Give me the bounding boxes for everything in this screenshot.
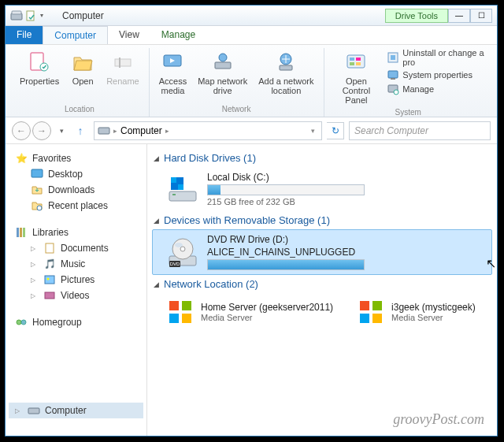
nav-recent[interactable]: Recent places	[9, 198, 143, 214]
open-icon	[70, 50, 95, 75]
capacity-bar	[207, 184, 365, 195]
search-input[interactable]: Search Computer	[349, 121, 491, 140]
open-control-panel-button[interactable]: Open Control Panel	[331, 48, 383, 106]
svg-rect-33	[45, 292, 54, 299]
refresh-button[interactable]: ↻	[327, 122, 344, 139]
videos-icon	[43, 289, 56, 302]
view-tab[interactable]: View	[108, 26, 150, 44]
favorites-group[interactable]: ⭐Favorites	[9, 150, 143, 166]
svg-rect-19	[391, 55, 395, 60]
map-network-button[interactable]: Map network drive	[195, 48, 250, 97]
add-network-icon	[273, 50, 298, 75]
svg-rect-5	[115, 59, 131, 66]
expand-icon[interactable]: ▷	[31, 261, 39, 268]
breadcrumb[interactable]: ▸ Computer ▸ ▾	[94, 121, 322, 140]
drive-tools-tab[interactable]: Drive Tools	[385, 9, 448, 23]
control-panel-icon	[343, 50, 369, 75]
collapse-icon[interactable]: ◢	[154, 154, 159, 162]
chevron-icon[interactable]: ▸	[110, 127, 120, 135]
access-media-button[interactable]: Access media	[156, 48, 190, 97]
menubar: File Computer View Manage	[6, 26, 497, 45]
group-removable[interactable]: ◢Devices with Removable Storage (1)	[152, 211, 492, 229]
downloads-icon	[31, 184, 43, 196]
qat-props-icon[interactable]	[26, 10, 37, 21]
svg-rect-56	[360, 314, 369, 323]
expand-icon[interactable]: ▷	[31, 245, 39, 252]
nav-desktop[interactable]: Desktop	[9, 166, 143, 182]
open-button[interactable]: Open	[67, 48, 98, 87]
nav-documents[interactable]: ▷Documents	[9, 240, 143, 256]
address-bar: ← → ▾ ↑ ▸ Computer ▸ ▾ ↻ Search Computer	[6, 117, 497, 144]
svg-rect-38	[172, 194, 176, 195]
nav-computer[interactable]: ▷Computer	[9, 403, 143, 418]
nav-downloads[interactable]: Downloads	[9, 182, 143, 198]
svg-rect-30	[46, 243, 54, 253]
expand-icon[interactable]: ▷	[15, 407, 23, 414]
nav-pictures[interactable]: ▷Pictures	[9, 272, 143, 288]
properties-button[interactable]: Properties	[17, 48, 62, 87]
explorer-window: ▾ Computer Drive Tools — ☐ File Computer…	[5, 5, 498, 436]
computer-tab[interactable]: Computer	[43, 26, 108, 44]
rename-button: Rename	[103, 48, 143, 87]
svg-rect-52	[169, 314, 179, 323]
capacity-bar	[207, 259, 365, 270]
expand-icon[interactable]: ▷	[31, 277, 39, 284]
sysprops-icon	[387, 69, 399, 81]
network-item-1[interactable]: Home Server (geekserver2011)Media Server	[166, 298, 333, 326]
desktop-icon	[31, 168, 43, 180]
network-item-2[interactable]: i3geek (mysticgeek)Media Server	[357, 298, 476, 326]
svg-rect-41	[178, 177, 183, 183]
svg-point-46	[180, 247, 185, 251]
forward-button[interactable]: →	[32, 121, 51, 140]
svg-rect-36	[28, 408, 39, 414]
local-disk-item[interactable]: Local Disk (C:) 215 GB free of 232 GB	[152, 167, 492, 211]
uninstall-button[interactable]: Uninstall or change a pro	[387, 48, 486, 67]
group-hdd[interactable]: ◢Hard Disk Drives (1)	[152, 149, 492, 167]
file-tab[interactable]: File	[6, 26, 43, 44]
system-properties-button[interactable]: System properties	[387, 69, 486, 81]
history-dropdown[interactable]: ▾	[56, 123, 67, 139]
pictures-icon	[43, 273, 56, 286]
recent-icon	[31, 199, 43, 212]
back-button[interactable]: ←	[12, 121, 31, 140]
svg-point-35	[21, 320, 26, 325]
svg-rect-40	[171, 177, 176, 183]
svg-rect-43	[178, 184, 183, 190]
group-network[interactable]: ◢Network Location (2)	[152, 275, 492, 293]
nav-pane: ⭐Favorites Desktop Downloads Recent plac…	[6, 144, 147, 436]
svg-rect-9	[215, 62, 231, 69]
svg-point-10	[219, 54, 227, 61]
ribbon-group-location: Properties Open Rename Location	[10, 48, 150, 117]
collapse-icon[interactable]: ◢	[154, 280, 159, 288]
hdd-icon	[166, 173, 199, 206]
svg-rect-15	[356, 58, 361, 61]
up-button[interactable]: ↑	[72, 122, 89, 139]
dvd-drive-item[interactable]: DVD DVD RW Drive (D:) ALICE_IN_CHAINS_UN…	[152, 229, 492, 275]
svg-rect-29	[23, 228, 25, 237]
drive-label: ALICE_IN_CHAINS_UNPLUGGED	[207, 247, 365, 258]
collapse-icon[interactable]: ◢	[154, 217, 159, 225]
cursor-icon: ↖	[486, 256, 496, 271]
ribbon: Properties Open Rename Location Access m…	[6, 45, 497, 117]
breadcrumb-dropdown[interactable]: ▾	[308, 127, 318, 135]
svg-point-47	[175, 243, 183, 247]
minimize-button[interactable]: —	[448, 9, 470, 23]
nav-videos[interactable]: ▷Videos	[9, 288, 143, 303]
chevron-icon[interactable]: ▸	[162, 127, 172, 135]
svg-rect-24	[98, 128, 109, 134]
breadcrumb-computer[interactable]: Computer	[120, 125, 162, 136]
manage-tab[interactable]: Manage	[150, 26, 206, 44]
libraries-group[interactable]: Libraries	[9, 225, 143, 240]
homegroup-group[interactable]: Homegroup	[9, 314, 143, 330]
qat-drop-icon[interactable]: ▾	[40, 12, 43, 19]
manage-button[interactable]: Manage	[387, 83, 486, 95]
expand-icon[interactable]: ▷	[31, 292, 39, 299]
body: ⭐Favorites Desktop Downloads Recent plac…	[6, 144, 497, 436]
svg-rect-55	[372, 301, 382, 310]
maximize-button[interactable]: ☐	[470, 9, 492, 23]
svg-rect-21	[391, 78, 395, 80]
libraries-icon	[15, 226, 28, 239]
add-network-button[interactable]: Add a network location	[255, 48, 317, 97]
nav-music[interactable]: ▷🎵Music	[9, 256, 143, 272]
svg-rect-37	[169, 191, 196, 201]
